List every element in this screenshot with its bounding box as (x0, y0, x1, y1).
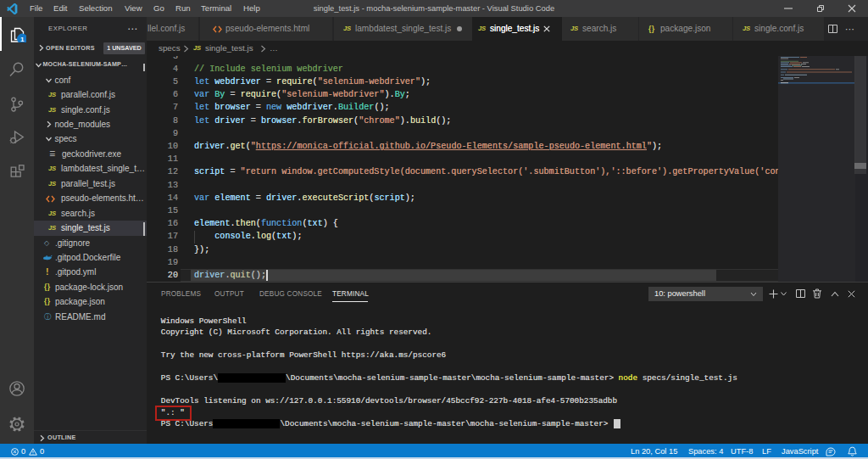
svg-text:1: 1 (20, 36, 25, 42)
